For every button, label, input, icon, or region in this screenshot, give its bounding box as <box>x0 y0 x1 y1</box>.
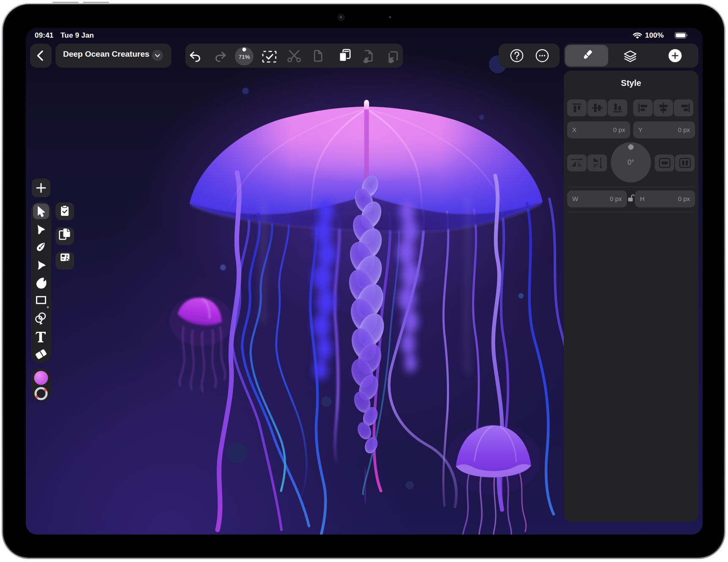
svg-text:71%: 71% <box>238 54 250 60</box>
